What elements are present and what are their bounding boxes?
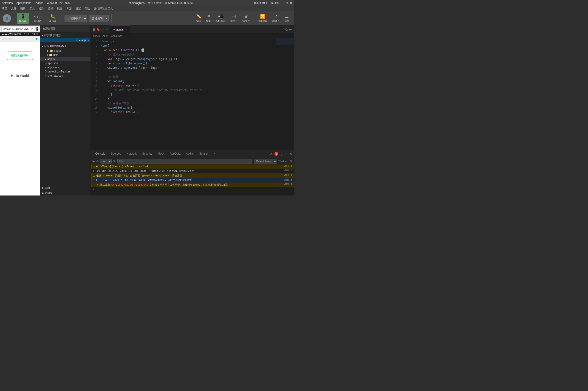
app-js-file[interactable]: ● app.js (40, 57, 90, 61)
collapse-icon[interactable]: ☰ (93, 28, 96, 31)
menu-edit2[interactable]: 编辑 (20, 7, 26, 10)
sim-toolbar: iPhone 6/7/8 Plus 75% 📱 ⏺ 🔊 ⧉ ← ⋮ (0, 25, 40, 32)
editor-content[interactable]: 12345 678910 1112131415 1617 //app.js Ap… (91, 38, 294, 150)
debug-row-1: ⚠ ▶ [NTrans][Master] nTrans diasbled. VM… (91, 164, 294, 169)
menu-devtools[interactable]: 微信开发者工具 (94, 7, 113, 10)
tab-close-icon[interactable]: ✕ (125, 28, 127, 31)
real-machine-button[interactable]: 📲 真机调试 (214, 13, 227, 24)
project-config-file[interactable]: {} project.config.json (40, 70, 90, 74)
debug-input[interactable] (95, 188, 292, 191)
close-file-icon[interactable]: ✕ (76, 39, 78, 42)
mode-select[interactable]: 小程序模式 (65, 15, 87, 22)
tab-more[interactable]: » (211, 151, 218, 157)
tab-mock[interactable]: Mock (155, 151, 167, 157)
editor-button[interactable]: ＜/＞ 编辑器 (31, 13, 45, 24)
menu-interface[interactable]: 界面 (66, 7, 72, 10)
simulator-button[interactable]: 📱 模拟器 (17, 13, 29, 24)
menu-view[interactable]: 视图 (57, 7, 63, 10)
menu-goto[interactable]: 转到 (39, 7, 44, 10)
maximize-icon[interactable]: □ (286, 1, 288, 4)
compile-select[interactable]: 普通编辑 (89, 15, 109, 22)
activities-label[interactable]: Activities (2, 1, 13, 4)
phone-icon[interactable]: 📱 (35, 27, 40, 31)
edit-button[interactable]: ✏️ 编辑 (194, 13, 203, 24)
more-debug-icon[interactable]: ⋮ (280, 152, 283, 156)
sim-time: 23:03 (24, 33, 29, 35)
tab-appdata[interactable]: AppData (167, 151, 183, 157)
wechat-devtools-label[interactable]: WeChat Dev Tools (47, 1, 69, 4)
test-num-button[interactable]: ↗ 测试号 (270, 13, 282, 24)
toolbar-sep3 (111, 14, 112, 23)
debug-ref-4[interactable]: VM89:3 (284, 179, 292, 181)
bookmark-icon[interactable]: 🔖 (96, 28, 100, 31)
app-wxss-icon: ≡ (45, 66, 46, 69)
preview-button[interactable]: 👁 预览 (204, 13, 213, 24)
debugger-button[interactable]: 🐛 调试器 (47, 13, 59, 24)
edit-icon: ✏️ (196, 14, 201, 19)
tab-network[interactable]: Network (124, 151, 139, 157)
applications-label[interactable]: Applications (16, 1, 31, 4)
clear-cache-button[interactable]: 🗑 清缓存 (241, 13, 252, 24)
debug-msg-1: ▶ [NTrans][Master] nTrans diasbled. (96, 165, 282, 168)
open-editors-group[interactable]: ▾ 打开的编辑器 (40, 33, 90, 38)
app-wxss-file[interactable]: ≡ app.wxss (40, 65, 90, 70)
debug-ref-5[interactable]: VM68:1 (284, 183, 292, 186)
run-debug-icon[interactable]: ▶ (93, 159, 95, 163)
outline-item[interactable]: ▶ 大纲 (40, 185, 90, 191)
tab-sources[interactable]: Sources (108, 151, 124, 157)
pages-folder[interactable]: ▶ 📁 pages (40, 49, 90, 53)
more-editor-icon[interactable]: ⋯ (289, 28, 292, 31)
nav-forward-icon[interactable]: → (105, 28, 109, 31)
timeline-item[interactable]: ▶ 时间线 (40, 191, 90, 196)
cut-button[interactable]: ⊣ 切后台 (228, 13, 240, 24)
sitemap-file[interactable]: {} sitemap.json (40, 74, 90, 78)
sim-home-icon[interactable]: ⏺ (35, 37, 38, 41)
eye-debug-icon[interactable]: 👁 (113, 159, 116, 163)
menu-edit[interactable]: 文件 (11, 7, 16, 10)
close-debug-icon[interactable]: ✕ (289, 152, 292, 156)
expand-debug-icon[interactable]: ⌃ (285, 152, 288, 156)
minimize-icon[interactable]: ─ (282, 1, 284, 4)
device-select[interactable]: iPhone 6/7/8 Plus 75% (1, 27, 34, 31)
clear-cache-label: 清缓存 (242, 19, 250, 23)
code-area[interactable]: //app.js App({ onLaunch: function () {█ … (99, 38, 276, 150)
open-file-app-js[interactable]: ✕ ● app.js (40, 38, 90, 42)
sim-menu-icon[interactable]: ••• (22, 37, 25, 41)
code-editor: ☰ 🔖 ← → ● app.js ✕ ⧉ ⋯ (91, 25, 294, 196)
menu-select[interactable]: 选择 (48, 7, 53, 10)
debug-ref-3[interactable]: VM68:1 (284, 174, 292, 176)
file-link[interactable]: wxfile://ad/ad_fetch.txt (111, 183, 148, 186)
menu-settings[interactable]: 设置 (75, 7, 81, 10)
tab-sensor[interactable]: Sensor (196, 151, 211, 157)
preview-label: 预览 (206, 19, 211, 23)
nav-back-icon[interactable]: ← (101, 28, 105, 31)
close-icon[interactable]: ✕ (290, 1, 292, 4)
split-editor-icon[interactable]: ⧉ (285, 28, 288, 31)
editor-tab-app-js[interactable]: ● app.js ✕ (111, 25, 130, 34)
block-debug-icon[interactable]: ⊘ (96, 159, 99, 163)
get-avatar-button[interactable]: 获取头像昵称 (7, 52, 33, 60)
tab-console[interactable]: Console (93, 151, 108, 157)
level-select[interactable]: Default levels (254, 159, 277, 164)
debug-ref-2[interactable]: VM88:4 (284, 169, 292, 172)
chevron-down-icon: ▾ (42, 34, 43, 37)
info-icon-2: ℹ (93, 170, 94, 173)
debug-ref-1[interactable]: VM68:1 (284, 165, 292, 167)
menu-project[interactable]: 项目 (2, 7, 7, 10)
simulator-label: 模拟器 (19, 19, 27, 23)
places-label[interactable]: Places (35, 1, 43, 4)
menu-help[interactable]: 帮助 (84, 7, 90, 10)
context-select[interactable]: top (100, 159, 112, 164)
menu-tools[interactable]: 工具 (29, 7, 35, 10)
gear-icon[interactable]: ⚙ (289, 159, 292, 163)
version-mgr-button[interactable]: 🔀 版本管理 (256, 13, 269, 24)
toolbar-actions: ✏️ 编辑 👁 预览 📲 真机调试 ⊣ 切后台 🗑 清缓存 🔀 版本管理 ↗ 测… (194, 13, 291, 24)
app-json-file[interactable]: {} app.json (40, 61, 90, 65)
details-button[interactable]: ☰ 详情 (282, 13, 291, 24)
topbar-left: Activities Applications Places WeChat De… (2, 1, 69, 4)
project-group[interactable]: ▾ MINIPROGRAM3 (40, 44, 90, 49)
utils-folder[interactable]: ▾ 📁 utils (40, 53, 90, 57)
tab-security[interactable]: Security (139, 151, 155, 157)
filter-input[interactable] (117, 159, 253, 164)
tab-audits[interactable]: Audits (183, 151, 196, 157)
